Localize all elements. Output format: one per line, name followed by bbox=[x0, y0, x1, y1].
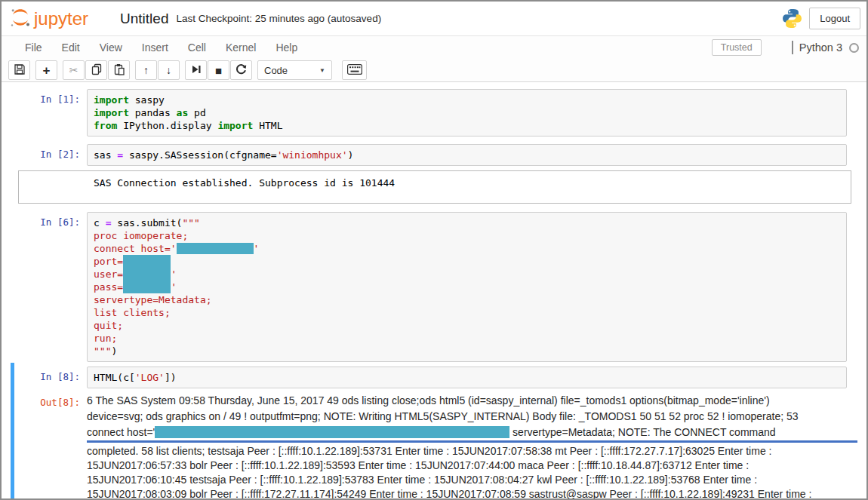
log-line: connect host=' servertype=Metadata; NOTE… bbox=[87, 425, 857, 440]
jupyter-logo-text: jupyter bbox=[34, 8, 88, 29]
keyboard-icon bbox=[347, 64, 362, 77]
jupyter-logo-icon bbox=[9, 6, 32, 32]
kernel-separator bbox=[792, 41, 793, 54]
checkpoint-status: Last Checkpoint: 25 minutes ago (autosav… bbox=[176, 13, 381, 24]
log-line: 15JUN2017:06:10:45 testsaja Peer : [::ff… bbox=[87, 473, 854, 487]
cell-type-dropdown[interactable]: Code ▼ bbox=[257, 60, 332, 80]
code-text: HTML(c[ bbox=[94, 372, 135, 383]
code-text: sas.submit( bbox=[111, 217, 182, 229]
code-string: ' bbox=[254, 243, 260, 254]
selected-cell-indicator bbox=[11, 363, 14, 500]
menubar: File Edit View Insert Cell Kernel Help T… bbox=[2, 35, 866, 59]
code-string: run; bbox=[94, 333, 117, 344]
code-editor-cell-8[interactable]: HTML(c['LOG']) bbox=[87, 367, 847, 388]
code-string: 'LOG' bbox=[135, 372, 165, 383]
code-keyword: as bbox=[177, 107, 189, 118]
code-text: HTML bbox=[253, 120, 282, 131]
redaction-box-host bbox=[177, 243, 254, 254]
html-log-output: 6 The SAS System 09:58 Thursday, June 15… bbox=[87, 393, 857, 500]
log-text: servertype=Metadata; NOTE: The CONNECT c… bbox=[509, 426, 775, 438]
logout-button[interactable]: Logout bbox=[809, 8, 860, 29]
cell-2-output: SAS Connection established. Subprocess i… bbox=[18, 170, 851, 204]
code-string: ' bbox=[171, 281, 177, 293]
menu-help[interactable]: Help bbox=[266, 41, 307, 54]
code-text: saspy bbox=[129, 94, 165, 106]
code-text: IPython.display bbox=[117, 120, 217, 131]
paste-icon bbox=[113, 63, 125, 78]
command-palette-button[interactable] bbox=[342, 60, 367, 80]
code-keyword: import bbox=[94, 94, 129, 106]
log-line: device=svg; ods graphics on / 49 ! outpu… bbox=[87, 409, 857, 425]
scissors-icon: ✂ bbox=[69, 64, 78, 76]
move-cell-down-button[interactable]: ↓ bbox=[158, 60, 180, 80]
chevron-down-icon: ▼ bbox=[319, 67, 325, 74]
run-cell-button[interactable] bbox=[185, 60, 207, 80]
restart-kernel-button[interactable] bbox=[230, 60, 252, 80]
input-prompt: In [2]: bbox=[2, 144, 87, 166]
add-cell-button[interactable]: + bbox=[35, 60, 57, 80]
copy-icon bbox=[91, 63, 103, 78]
code-string: """ bbox=[182, 217, 199, 229]
code-editor-cell-1[interactable]: import saspy import pandas as pd from IP… bbox=[87, 89, 847, 137]
log-line: completed. 58 list clients; testsaja Pee… bbox=[87, 444, 854, 459]
notebook-area: In [1]: import saspy import pandas as pd… bbox=[2, 82, 866, 500]
code-keyword: import bbox=[94, 107, 129, 118]
stop-kernel-button[interactable]: ■ bbox=[208, 60, 229, 80]
code-editor-cell-6[interactable]: c = sas.submit(""" proc iomoperate; conn… bbox=[87, 212, 847, 362]
code-string: connect host=' bbox=[94, 243, 177, 254]
menu-cell[interactable]: Cell bbox=[178, 41, 216, 54]
jupyter-window: jupyter Untitled Last Checkpoint: 25 min… bbox=[0, 0, 868, 500]
code-keyword: from bbox=[94, 120, 117, 131]
code-cell-2: In [2]: sas = saspy.SASsession(cfgname='… bbox=[2, 144, 847, 166]
code-editor-cell-2[interactable]: sas = saspy.SASsession(cfgname='winiomhp… bbox=[87, 144, 847, 166]
redaction-box-pass bbox=[123, 281, 171, 293]
menu-insert[interactable]: Insert bbox=[132, 41, 178, 54]
menu-kernel[interactable]: Kernel bbox=[216, 41, 266, 54]
code-cell-6: In [6]: c = sas.submit(""" proc iomopera… bbox=[2, 212, 847, 362]
copy-cell-button[interactable] bbox=[85, 60, 107, 80]
stop-icon: ■ bbox=[215, 65, 222, 76]
code-string: port= bbox=[94, 256, 123, 267]
paste-cell-button[interactable] bbox=[108, 60, 130, 80]
code-cell-8: In [8]: HTML(c['LOG']) bbox=[2, 367, 847, 388]
menu-file[interactable]: File bbox=[15, 41, 52, 54]
arrow-up-icon: ↑ bbox=[143, 64, 149, 76]
move-cell-up-button[interactable]: ↑ bbox=[135, 60, 157, 80]
kernel-name: Python 3 bbox=[799, 41, 842, 54]
toolbar: + ✂ ↑ ↓ ■ Code ▼ bbox=[2, 59, 866, 82]
stdout-text: SAS Connection established. Subprocess i… bbox=[94, 177, 395, 189]
menu-edit[interactable]: Edit bbox=[52, 41, 90, 54]
log-text: connect host=' bbox=[87, 426, 155, 438]
log-line: 15JUN2017:08:03:09 bolr Peer : [::ffff:1… bbox=[87, 487, 854, 500]
code-string: pass= bbox=[94, 281, 123, 293]
trusted-badge[interactable]: Trusted bbox=[712, 39, 762, 56]
cell-type-value: Code bbox=[264, 65, 288, 76]
step-forward-icon bbox=[191, 64, 202, 77]
code-string: 'winiomhpux' bbox=[277, 149, 348, 161]
code-string: """ bbox=[94, 345, 111, 357]
kernel-idle-indicator-icon bbox=[849, 43, 859, 53]
cut-cell-button[interactable]: ✂ bbox=[63, 60, 85, 80]
notebook-title[interactable]: Untitled bbox=[120, 11, 168, 27]
arrow-down-icon: ↓ bbox=[166, 64, 171, 76]
code-text: ) bbox=[111, 345, 117, 357]
restart-icon bbox=[235, 63, 247, 77]
code-text: ) bbox=[348, 149, 354, 161]
header: jupyter Untitled Last Checkpoint: 25 min… bbox=[2, 2, 866, 35]
input-prompt: In [1]: bbox=[2, 89, 87, 137]
code-string: quit; bbox=[94, 320, 123, 331]
code-text: pd bbox=[188, 107, 205, 118]
log-line: 6 The SAS System 09:58 Thursday, June 15… bbox=[87, 393, 857, 409]
menu-view[interactable]: View bbox=[90, 41, 132, 54]
jupyter-logo[interactable]: jupyter bbox=[9, 6, 88, 32]
cell-8-output: Out[8]: 6 The SAS System 09:58 Thursday,… bbox=[2, 393, 857, 500]
selected-cell-group: In [8]: HTML(c['LOG']) Out[8]: 6 The SAS… bbox=[2, 367, 866, 500]
code-text: ]) bbox=[165, 372, 177, 383]
plus-icon: + bbox=[43, 64, 51, 77]
code-cell-1: In [1]: import saspy import pandas as pd… bbox=[2, 89, 847, 137]
code-text: saspy.SASsession(cfgname= bbox=[123, 149, 277, 161]
log-line: 15JUN2017:06:57:33 bolr Peer : [::ffff:1… bbox=[87, 459, 854, 473]
redaction-box-port bbox=[123, 255, 171, 268]
code-text: c bbox=[94, 217, 106, 229]
save-button[interactable] bbox=[8, 60, 30, 80]
